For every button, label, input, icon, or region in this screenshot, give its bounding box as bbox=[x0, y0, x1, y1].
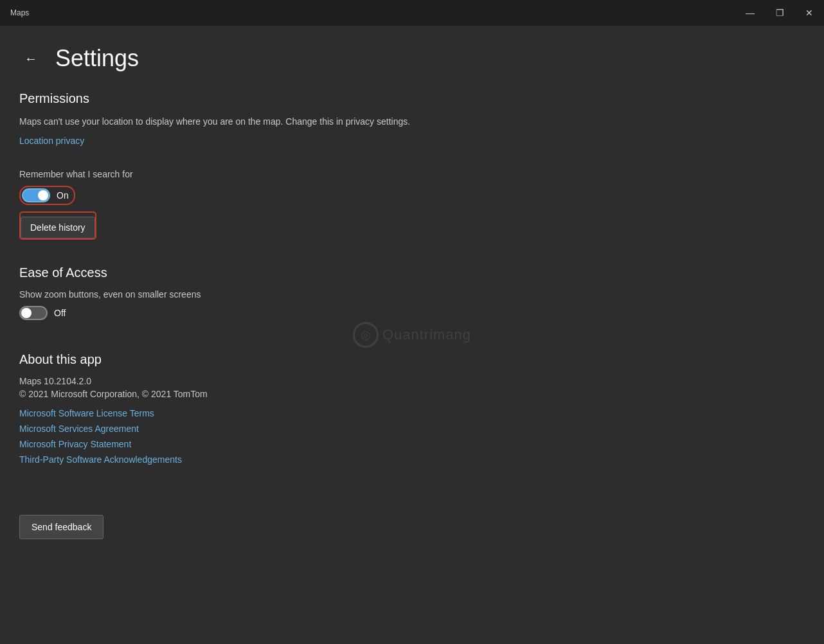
delete-history-highlighted: Delete history bbox=[19, 211, 96, 240]
remember-label: Remember what I search for bbox=[19, 169, 798, 179]
third-party-link[interactable]: Third-Party Software Acknowledgements bbox=[19, 454, 798, 465]
permissions-description: Maps can't use your location to display … bbox=[19, 115, 798, 129]
about-title: About this app bbox=[19, 352, 798, 367]
zoom-toggle-state: Off bbox=[54, 308, 66, 318]
remember-toggle-row: On bbox=[19, 186, 798, 205]
remember-toggle-highlighted: On bbox=[19, 186, 75, 205]
back-button[interactable]: ← bbox=[19, 49, 42, 69]
content-area: ◎ Quantrimang ← Settings Permissions Map… bbox=[0, 26, 824, 644]
close-button[interactable]: ✕ bbox=[794, 0, 824, 26]
about-version: Maps 10.2104.2.0 bbox=[19, 376, 798, 386]
footer-area: Send feedback bbox=[19, 496, 798, 539]
window-controls: — ❐ ✕ bbox=[735, 0, 824, 26]
maximize-button[interactable]: ❐ bbox=[765, 0, 794, 26]
page-header: ← Settings bbox=[19, 45, 798, 72]
remember-toggle-state: On bbox=[57, 190, 69, 201]
page-title: Settings bbox=[55, 45, 139, 72]
about-section: About this app Maps 10.2104.2.0 © 2021 M… bbox=[19, 352, 798, 470]
window-title: Maps bbox=[10, 8, 29, 17]
title-bar: Maps — ❐ ✕ bbox=[0, 0, 824, 26]
remember-toggle[interactable] bbox=[22, 188, 50, 202]
permissions-section: Permissions Maps can't use your location… bbox=[19, 91, 798, 240]
zoom-toggle-row: Off bbox=[19, 306, 798, 320]
watermark-text: Quantrimang bbox=[382, 326, 471, 343]
ease-of-access-section: Ease of Access Show zoom buttons, even o… bbox=[19, 265, 798, 326]
location-privacy-link[interactable]: Location privacy bbox=[19, 136, 84, 146]
ease-of-access-title: Ease of Access bbox=[19, 265, 798, 280]
app-window: Maps — ❐ ✕ ◎ Quantrimang ← Settings Perm… bbox=[0, 0, 824, 644]
zoom-toggle[interactable] bbox=[19, 306, 48, 320]
permissions-title: Permissions bbox=[19, 91, 798, 106]
minimize-button[interactable]: — bbox=[735, 0, 765, 26]
toggle-slider-on bbox=[22, 188, 50, 202]
zoom-toggle-thumb bbox=[21, 308, 31, 318]
zoom-toggle-slider bbox=[19, 306, 48, 320]
about-copyright: © 2021 Microsoft Corporation, © 2021 Tom… bbox=[19, 389, 798, 399]
send-feedback-button[interactable]: Send feedback bbox=[19, 515, 103, 539]
delete-history-button[interactable]: Delete history bbox=[21, 217, 95, 238]
services-link[interactable]: Microsoft Services Agreement bbox=[19, 424, 798, 434]
license-link[interactable]: Microsoft Software License Terms bbox=[19, 408, 798, 418]
show-zoom-label: Show zoom buttons, even on smaller scree… bbox=[19, 289, 798, 300]
privacy-link[interactable]: Microsoft Privacy Statement bbox=[19, 439, 798, 449]
toggle-thumb-on bbox=[38, 190, 48, 201]
